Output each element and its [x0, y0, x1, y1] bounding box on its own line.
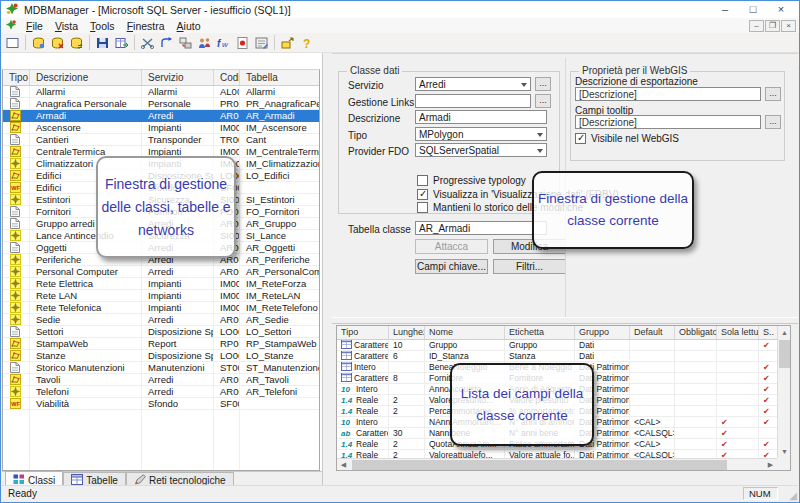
campi-chiave-button[interactable]: Campi chiave... — [415, 259, 488, 274]
field-row[interactable]: Carattere6ID_StanzaStanzaDati — [337, 351, 777, 362]
menu-file[interactable]: File — [20, 20, 49, 32]
toolbar-separator — [134, 35, 135, 50]
column-header-descrizione[interactable]: Descrizione — [30, 70, 142, 85]
scrollbar-thumb[interactable] — [779, 340, 790, 368]
real-type-icon: 1.4 — [341, 406, 354, 417]
users-icon[interactable] — [195, 34, 214, 52]
column-header-tabella[interactable]: Tabella — [240, 70, 319, 85]
scroll-left-icon[interactable]: ◀ — [337, 459, 350, 471]
horizontal-scrollbar[interactable]: ◀ ▶ — [337, 458, 777, 470]
maximize-button[interactable]: □ — [739, 2, 767, 17]
new-connection-icon[interactable] — [3, 34, 22, 52]
field-column-header[interactable]: Lunghezza — [389, 326, 425, 339]
db-attach-icon[interactable] — [29, 34, 48, 52]
point-icon — [3, 302, 30, 314]
class-row[interactable]: SettoriDisposizione SpaziLO002LO_Settori — [3, 326, 319, 338]
toolbar-separator — [274, 35, 275, 50]
class-row[interactable]: AscensoreImpiantiIM005IM_Ascensore — [3, 122, 319, 134]
servizio-select[interactable]: Arredi — [415, 77, 531, 91]
attacca-button[interactable]: Attacca — [415, 239, 488, 254]
field-column-header[interactable]: Tipo — [337, 326, 389, 339]
scroll-down-icon[interactable]: ▼ — [778, 445, 791, 458]
class-row[interactable]: Storico ManutenzioniManutenzioniST001ST_… — [3, 362, 319, 374]
status-text: Ready — [8, 488, 37, 499]
class-row[interactable]: Rete TelefonicaImpiantiIM003IM_ReteTelef… — [3, 302, 319, 314]
class-row[interactable]: Rete LANImpiantiIM001IM_ReteLAN — [3, 290, 319, 302]
field-column-header[interactable]: Gruppo — [575, 326, 630, 339]
menu-aiuto[interactable]: Aiuto — [171, 20, 207, 32]
checkbox-icon — [575, 133, 586, 144]
column-header-tipo[interactable]: Tipo — [3, 70, 30, 85]
class-row[interactable]: Rete ElettricaImpiantiIM002IM_ReteForza — [3, 278, 319, 290]
polygon-icon — [3, 146, 30, 158]
column-header-servizio[interactable]: Servizio — [142, 70, 214, 85]
menu-tools[interactable]: Tools — [84, 20, 121, 32]
tools-icon[interactable] — [138, 34, 157, 52]
help-icon[interactable]: ? — [297, 34, 316, 52]
class-row[interactable]: TavoliArrediAR001AR_Tavoli — [3, 374, 319, 386]
export-table-icon[interactable] — [112, 34, 131, 52]
export-up-icon[interactable] — [278, 34, 297, 52]
visibile-webgis-checkbox[interactable]: Visibile nel WebGIS — [575, 132, 679, 144]
vertical-scrollbar[interactable]: ▲ ▼ — [777, 326, 790, 458]
class-row[interactable]: Personal ComputerArrediAR004AR_PersonalC… — [3, 266, 319, 278]
field-column-header[interactable]: Etichetta — [505, 326, 575, 339]
menu-bar: FileVistaToolsFinestraAiuto – ❐ × — [1, 18, 799, 33]
servizio-label: Servizio — [348, 80, 384, 91]
class-row[interactable]: AllarmiAllarmiAL001Allarmi — [3, 86, 319, 98]
scrollbar-thumb[interactable] — [352, 460, 727, 470]
resize-grip[interactable]: ◢ — [789, 490, 797, 501]
field-column-header[interactable]: Default — [630, 326, 675, 339]
class-option-checkbox[interactable]: Progressive typology — [417, 174, 526, 186]
horizontal-splitter[interactable] — [332, 317, 798, 324]
servizio-browse-button[interactable]: ... — [535, 77, 551, 91]
class-row[interactable]: TelefoniArrediAR006AR_Telefoni — [3, 386, 319, 398]
vertical-splitter[interactable] — [322, 53, 332, 488]
menu-finestra[interactable]: Finestra — [121, 20, 171, 32]
campi-tooltip-browse-button[interactable]: ... — [765, 115, 781, 129]
class-row[interactable]: ArmadiArrediAR002AR_Armadi — [3, 110, 319, 122]
mdi-minimize-button[interactable]: – — [749, 20, 764, 32]
column-header-codice[interactable]: Codice — [214, 70, 240, 85]
field-column-header[interactable]: S.. — [759, 326, 777, 339]
point-icon — [3, 254, 30, 266]
mdi-restore-button[interactable]: ❐ — [765, 20, 780, 32]
form-edit-icon[interactable] — [252, 34, 271, 52]
field-column-header[interactable]: Obbligatorio — [675, 326, 717, 339]
transfer-icon[interactable] — [176, 34, 195, 52]
campi-tooltip-input[interactable]: [Descrizione] — [575, 115, 761, 129]
close-button[interactable]: × — [767, 2, 795, 17]
db-detach-icon[interactable] — [48, 34, 67, 52]
class-row[interactable]: SedieArrediAR003AR_Sedie — [3, 314, 319, 326]
app-icon — [5, 2, 19, 18]
field-column-header[interactable]: Sola lettura — [717, 326, 759, 339]
function-icon[interactable]: fw — [214, 34, 233, 52]
field-row[interactable]: Carattere10GruppoGruppoDati✔ — [337, 340, 777, 351]
point-icon — [3, 266, 30, 278]
export-desc-browse-button[interactable]: ... — [765, 87, 781, 101]
group-title: Proprietà per il WebGIS — [579, 65, 690, 76]
provider-fdo-select[interactable]: SQLServerSpatial — [415, 143, 547, 157]
tabella-classe-input[interactable]: AR_Armadi — [415, 221, 547, 235]
gestione-links-browse-button[interactable]: ... — [535, 94, 551, 108]
db-convert-icon[interactable] — [67, 34, 86, 52]
descrizione-input[interactable]: Armadi — [415, 110, 547, 124]
minimize-button[interactable]: – — [711, 2, 739, 17]
export-desc-input[interactable]: [Descrizione] — [575, 87, 761, 101]
gestione-links-input[interactable] — [415, 94, 531, 108]
field-column-header[interactable]: Nome — [425, 326, 505, 339]
save-icon[interactable] — [93, 34, 112, 52]
tipo-select[interactable]: MPolygon — [415, 127, 547, 141]
mdi-close-button[interactable]: × — [781, 20, 796, 32]
class-row[interactable]: Anagrafica PersonalePersonalePR001PR_Ana… — [3, 98, 319, 110]
scroll-right-icon[interactable]: ▶ — [764, 459, 777, 471]
class-row[interactable]: WFViabilitàSfondoSF002 — [3, 398, 319, 410]
class-row[interactable]: CantieriTransponderTR002Cant — [3, 134, 319, 146]
filtri-button[interactable]: Filtri... — [493, 259, 566, 274]
menu-vista[interactable]: Vista — [49, 20, 84, 32]
goto-icon[interactable] — [157, 34, 176, 52]
class-row[interactable]: StampaWebReportRP001RP_StampaWeb — [3, 338, 319, 350]
class-row[interactable]: StanzeDisposizione SpaziLO001LO_Stanze — [3, 350, 319, 362]
scroll-up-icon[interactable]: ▲ — [778, 326, 791, 339]
record-icon[interactable] — [233, 34, 252, 52]
